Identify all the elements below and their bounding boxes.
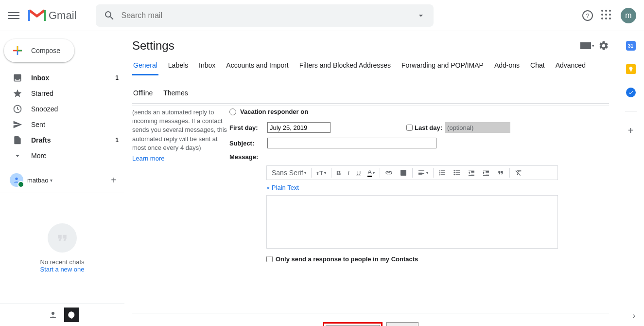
responder-on-label: Vacation responder on: [240, 108, 308, 115]
quote-icon[interactable]: [494, 167, 507, 179]
subject-label: Subject:: [229, 140, 264, 147]
numbered-list-icon[interactable]: [435, 167, 449, 179]
save-highlight: Save Changes: [323, 322, 383, 326]
search-input[interactable]: [121, 11, 416, 20]
account-avatar[interactable]: m: [621, 8, 636, 23]
chevron-down-icon: [13, 151, 22, 161]
search-box[interactable]: [96, 4, 434, 27]
tab-offline[interactable]: Offline: [132, 84, 154, 103]
plain-text-link[interactable]: « Plain Text: [266, 184, 609, 191]
nav-inbox[interactable]: Inbox 1: [0, 70, 124, 86]
gear-icon[interactable]: [598, 40, 609, 51]
search-icon: [104, 10, 115, 21]
svg-rect-7: [400, 170, 406, 176]
image-icon[interactable]: [397, 167, 410, 179]
svg-point-5: [15, 178, 17, 180]
side-panel: 31 +: [617, 31, 644, 326]
tab-filters[interactable]: Filters and Blocked Addresses: [298, 56, 392, 75]
svg-point-10: [453, 174, 455, 176]
svg-point-6: [52, 312, 54, 315]
nav-more[interactable]: More: [0, 148, 124, 163]
contacts-only-checkbox[interactable]: [266, 256, 273, 262]
align-icon[interactable]: ▾: [415, 167, 431, 179]
first-day-input[interactable]: [267, 122, 331, 133]
user-avatar-icon: [10, 173, 23, 187]
tab-themes[interactable]: Themes: [162, 84, 189, 103]
format-toolbar: Sans Serif▾ тT▾ B I U A▾ ▾: [266, 165, 558, 180]
inbox-icon: [13, 73, 22, 83]
add-account-icon[interactable]: +: [111, 175, 117, 186]
indent-less-icon[interactable]: [465, 167, 478, 179]
hangouts-chat-icon[interactable]: [64, 308, 79, 322]
link-icon[interactable]: [382, 167, 396, 179]
hangouts-icon: [48, 223, 77, 253]
person-icon[interactable]: [46, 308, 60, 322]
gmail-logo[interactable]: Gmail: [27, 8, 76, 23]
italic-icon[interactable]: I: [345, 167, 352, 179]
underline-icon[interactable]: U: [353, 167, 364, 179]
font-size-icon[interactable]: тT▾: [313, 167, 329, 179]
keep-icon[interactable]: [626, 64, 636, 74]
first-day-label: First day:: [229, 124, 264, 131]
font-family-select[interactable]: Sans Serif▾: [269, 167, 309, 179]
message-editor[interactable]: [266, 195, 558, 249]
account-dropdown-icon: ▾: [50, 178, 52, 183]
tab-advanced[interactable]: Advanced: [555, 56, 587, 75]
tab-chat[interactable]: Chat: [529, 56, 546, 75]
clock-icon: [13, 104, 22, 114]
start-chat-link[interactable]: Start a new one: [40, 266, 84, 273]
file-icon: [13, 135, 22, 145]
no-chats-text: No recent chats: [40, 258, 84, 266]
main-content: Settings ▾ General Labels Inbox Accounts…: [124, 31, 617, 326]
nav-list: Inbox 1 Starred Snoozed Sent Drafts 1: [0, 70, 124, 163]
bulleted-list-icon[interactable]: [450, 167, 464, 179]
contacts-only-label: Only send a response to people in my Con…: [276, 255, 418, 263]
compose-button[interactable]: Compose: [4, 39, 74, 62]
tab-inbox[interactable]: Inbox: [198, 56, 216, 75]
message-label: Message:: [229, 153, 264, 161]
header: Gmail ? m: [0, 0, 644, 31]
remove-format-icon[interactable]: [512, 167, 525, 179]
search-options-icon[interactable]: [416, 11, 426, 20]
star-icon: [13, 89, 22, 98]
hamburger-icon[interactable]: [8, 10, 19, 21]
responder-on-radio[interactable]: [229, 109, 236, 115]
tab-accounts[interactable]: Accounts and Import: [225, 56, 289, 75]
product-name: Gmail: [49, 9, 76, 22]
text-color-icon[interactable]: A▾: [365, 167, 378, 179]
tab-general[interactable]: General: [132, 56, 158, 75]
subject-input[interactable]: [267, 138, 436, 148]
nav-starred[interactable]: Starred: [0, 86, 124, 101]
last-day-label: Last day:: [415, 124, 442, 131]
svg-point-9: [453, 172, 455, 174]
svg-rect-0: [28, 10, 30, 21]
collapse-panel-icon[interactable]: ›: [633, 311, 635, 320]
last-day-checkbox[interactable]: [406, 125, 413, 131]
account-name: matbao: [27, 177, 48, 184]
compose-label: Compose: [31, 47, 60, 54]
input-tools-icon[interactable]: ▾: [580, 42, 594, 49]
apps-icon[interactable]: [601, 10, 613, 21]
hangouts-area: No recent chats Start a new one: [0, 193, 124, 303]
nav-snoozed[interactable]: Snoozed: [0, 101, 124, 117]
nav-drafts[interactable]: Drafts 1: [0, 132, 124, 148]
calendar-icon[interactable]: 31: [626, 41, 636, 51]
indent-more-icon[interactable]: [479, 167, 493, 179]
tasks-icon[interactable]: [626, 88, 636, 97]
bold-icon[interactable]: B: [333, 167, 344, 179]
tab-addons[interactable]: Add-ons: [493, 56, 521, 75]
learn-more-link[interactable]: Learn more: [132, 154, 227, 163]
account-row[interactable]: matbao ▾ +: [0, 167, 124, 193]
svg-text:?: ?: [586, 12, 589, 19]
tab-forwarding[interactable]: Forwarding and POP/IMAP: [400, 56, 485, 75]
cancel-button[interactable]: Cancel: [386, 322, 418, 326]
tab-labels[interactable]: Labels: [167, 56, 189, 75]
last-day-input[interactable]: (optional): [445, 122, 510, 133]
add-panel-icon[interactable]: +: [628, 125, 634, 136]
settings-tabs: General Labels Inbox Accounts and Import…: [132, 56, 609, 104]
nav-sent[interactable]: Sent: [0, 117, 124, 132]
sidebar: Compose Inbox 1 Starred Snoozed Sent: [0, 31, 124, 326]
vacation-description: (sends an automated reply to incoming me…: [132, 108, 227, 163]
plus-icon: [10, 43, 25, 58]
help-icon[interactable]: ?: [582, 10, 593, 21]
